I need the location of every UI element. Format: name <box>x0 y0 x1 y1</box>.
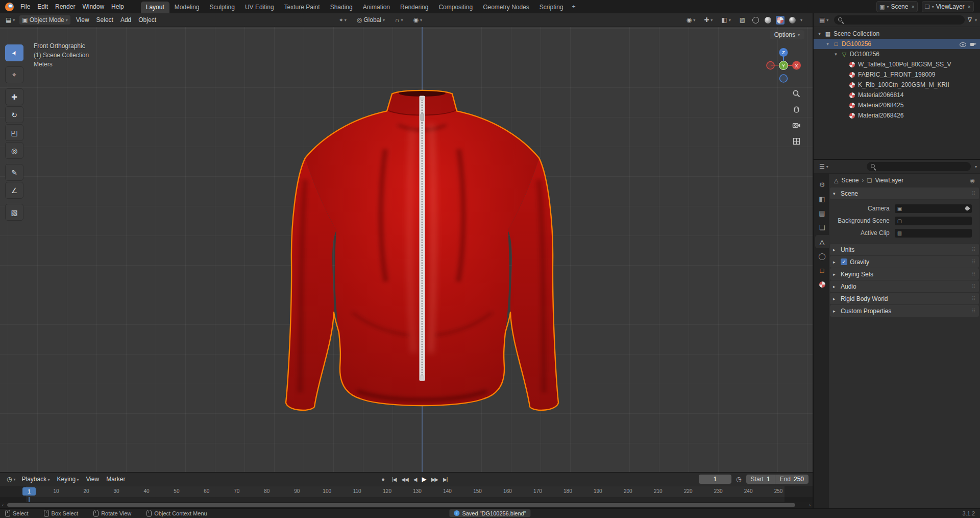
output-tab[interactable]: ▤ <box>815 206 829 220</box>
current-frame-field[interactable]: 1 <box>699 475 731 484</box>
background-scene-field[interactable]: ▢ <box>895 217 972 225</box>
move-tool[interactable]: ✚ <box>5 88 23 105</box>
measure-tool[interactable]: ∠ <box>5 182 23 199</box>
view-layer-tab[interactable]: ❏ <box>815 221 829 234</box>
xray-toggle[interactable]: ▨ <box>737 15 748 25</box>
camera-visibility-icon[interactable] <box>970 41 977 48</box>
menu-render[interactable]: Render <box>52 2 79 12</box>
editor-type-button[interactable]: ⬓ ▾ <box>3 15 17 25</box>
transform-orientation-dropdown[interactable]: ◎ Global ▾ <box>354 15 387 25</box>
auto-keying-record-button[interactable]: ● <box>378 475 388 483</box>
options-dropdown[interactable]: Options ▾ <box>770 30 804 39</box>
unlink-viewlayer-button[interactable]: × <box>967 4 971 10</box>
scroll-left-icon[interactable]: ‹ <box>2 502 4 508</box>
zoom-button[interactable] <box>790 87 802 100</box>
scrollbar-handle[interactable] <box>7 503 795 507</box>
tab-geometry-nodes[interactable]: Geometry Nodes <box>478 2 534 13</box>
viewport-menu-object[interactable]: Object <box>135 15 160 25</box>
play-button[interactable]: ▶ <box>420 475 428 484</box>
transform-pivot-dropdown[interactable]: ⌖ ▾ <box>337 15 349 25</box>
axis-neg-z-handle[interactable] <box>780 75 788 82</box>
outliner-row[interactable]: Material2066814 <box>814 90 980 100</box>
world-tab[interactable]: ◯ <box>815 249 829 263</box>
menu-edit[interactable]: Edit <box>34 2 52 12</box>
tab-modeling[interactable]: Modeling <box>169 2 205 13</box>
camera-view-button[interactable] <box>790 119 802 131</box>
jump-to-prev-keyframe-button[interactable]: ◀◀ <box>399 476 410 483</box>
shading-solid-button[interactable] <box>764 16 772 25</box>
breadcrumb-viewlayer[interactable]: ViewLayer <box>875 177 903 184</box>
timeline-menu-view[interactable]: View <box>82 474 103 484</box>
breadcrumb-scene[interactable]: Scene <box>841 177 859 184</box>
tab-animation[interactable]: Animation <box>358 2 395 13</box>
scroll-right-icon[interactable]: › <box>809 502 811 508</box>
outliner-row[interactable]: FABRIC_1_FRONT_198009 <box>814 69 980 80</box>
eye-icon[interactable] <box>959 41 966 48</box>
mode-dropdown[interactable]: ▣ Object Mode ▾ <box>19 15 70 25</box>
axis-neg-x-handle[interactable] <box>767 62 774 69</box>
panel-units[interactable]: ▸Units⠿ <box>830 244 979 255</box>
tab-scripting[interactable]: Scripting <box>534 2 569 13</box>
proportional-editing-toggle[interactable]: ◉ ▾ <box>411 15 425 25</box>
pan-button[interactable] <box>790 103 802 115</box>
panel-audio[interactable]: ▸Audio⠿ <box>830 280 979 292</box>
jump-to-next-keyframe-button[interactable]: ▶▶ <box>429 476 440 483</box>
scale-tool[interactable]: ◰ <box>5 124 23 141</box>
outliner-row[interactable]: Material2068426 <box>814 110 980 121</box>
shading-options-chevron-icon[interactable]: ▾ <box>800 18 802 22</box>
unlink-scene-button[interactable]: × <box>910 4 914 10</box>
tab-sculpting[interactable]: Sculpting <box>205 2 240 13</box>
tab-uv-editing[interactable]: UV Editing <box>240 2 279 13</box>
rotate-tool[interactable]: ↻ <box>5 106 23 123</box>
annotate-tool[interactable]: ✎ <box>5 164 23 181</box>
outliner-search-input[interactable] <box>834 15 965 25</box>
disclosure-triangle-icon[interactable]: ▾ <box>833 52 839 57</box>
transform-tool[interactable]: ◎ <box>5 142 23 159</box>
playhead[interactable]: 1 <box>22 487 36 496</box>
gizmos-dropdown[interactable]: ✚ ▾ <box>701 15 715 25</box>
play-reverse-button[interactable]: ◀ <box>411 476 419 483</box>
properties-editor-type-button[interactable]: ☰ ▾ <box>817 162 831 171</box>
timeline-body[interactable] <box>0 497 813 502</box>
disclosure-triangle-icon[interactable]: ▾ <box>825 41 830 46</box>
object-visibility-dropdown[interactable]: ◉ ▾ <box>684 15 698 25</box>
active-clip-field[interactable]: ▥ <box>895 229 972 238</box>
viewport-menu-add[interactable]: Add <box>117 15 135 25</box>
shading-rendered-button[interactable] <box>788 16 797 25</box>
tab-layout[interactable]: Layout <box>141 2 169 13</box>
outliner-row[interactable]: ▾▽DG100256 <box>814 49 980 59</box>
garment-mesh[interactable] <box>286 90 558 410</box>
camera-field[interactable]: ▣ <box>895 204 972 213</box>
tab-compositing[interactable]: Compositing <box>433 2 478 13</box>
material-tab[interactable] <box>815 278 829 291</box>
eyedropper-icon[interactable] <box>964 205 970 211</box>
filter-funnel-icon[interactable]: ∇ <box>968 16 972 23</box>
menu-file[interactable]: File <box>17 2 34 12</box>
render-tab[interactable]: ◧ <box>815 192 829 205</box>
scene-selector[interactable]: ▣ ▾ Scene × <box>876 1 918 12</box>
cursor-tool[interactable]: ⌖ <box>5 66 23 83</box>
start-frame-field[interactable]: Start 1 <box>746 475 775 484</box>
pin-icon[interactable]: ◉ <box>970 177 975 184</box>
timeline-menu-keying[interactable]: Keying ▾ <box>53 474 82 484</box>
blender-logo-icon[interactable] <box>5 3 14 11</box>
preview-range-toggle[interactable]: ◷ <box>734 476 743 483</box>
chevron-down-icon[interactable]: ▾ <box>975 164 977 169</box>
panel-rigid-body-world[interactable]: ▸Rigid Body World⠿ <box>830 293 979 304</box>
disclosure-triangle-icon[interactable]: ▾ <box>817 31 822 36</box>
outliner-row[interactable]: ▾▦Scene Collection <box>814 29 980 39</box>
tab-texture-paint[interactable]: Texture Paint <box>279 2 325 13</box>
timeline-strip[interactable]: 1020304050607080901001101201301401501601… <box>0 486 813 508</box>
viewport-menu-select[interactable]: Select <box>93 15 117 25</box>
gravity-checkbox[interactable]: ✓ <box>841 258 847 265</box>
tab-shading[interactable]: Shading <box>325 2 358 13</box>
tab-rendering[interactable]: Rendering <box>395 2 433 13</box>
tool-tab[interactable]: ⚙ <box>815 178 829 191</box>
select-box-tool[interactable]: ➤ <box>5 44 23 61</box>
add-cube-tool[interactable]: ▧ <box>5 204 23 221</box>
navigation-gizmo[interactable]: Z X Y <box>764 45 803 85</box>
add-workspace-button[interactable]: + <box>569 2 579 12</box>
chevron-down-icon[interactable]: ▾ <box>975 18 977 22</box>
object-tab[interactable]: □ <box>815 264 829 277</box>
viewport-menu-view[interactable]: View <box>72 15 93 25</box>
